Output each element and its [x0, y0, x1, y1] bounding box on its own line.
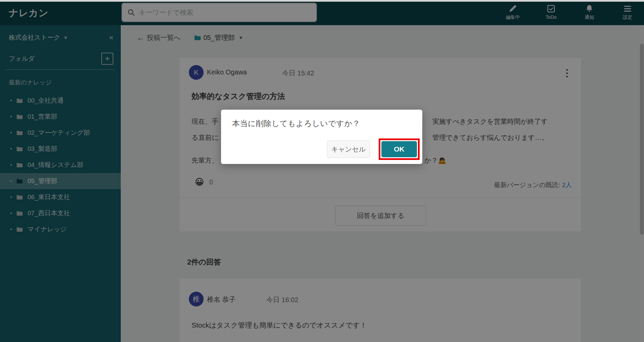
- ok-annotation-box: OK: [379, 138, 420, 160]
- dialog-buttons: キャンセル OK: [327, 138, 420, 160]
- dialog-message: 本当に削除してもよろしいですか？: [232, 118, 360, 129]
- modal-dim-overlay: [0, 0, 644, 342]
- delete-confirm-dialog: 本当に削除してもよろしいですか？ キャンセル OK: [221, 110, 422, 164]
- ok-button[interactable]: OK: [381, 141, 417, 157]
- cancel-button[interactable]: キャンセル: [327, 140, 370, 158]
- window-top-edge: [0, 0, 644, 2]
- app-window: ナレカン 編集中: [0, 0, 644, 342]
